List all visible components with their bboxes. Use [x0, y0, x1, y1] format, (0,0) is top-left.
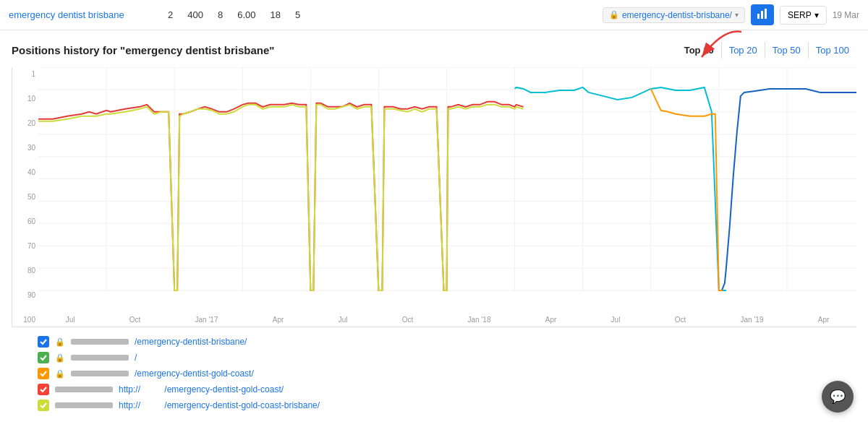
x-label-oct3: Oct	[675, 316, 686, 324]
legend-check-3[interactable]	[38, 368, 49, 379]
legend-bar-3	[71, 371, 129, 376]
legend-check-4[interactable]	[38, 384, 49, 395]
x-axis: Jul Oct Jan '17 Apr Jul Oct Jan '18 Apr …	[38, 312, 856, 327]
top100-filter[interactable]: Top 100	[809, 42, 856, 59]
check-icon-5	[40, 402, 47, 409]
legend-item-1: 🔒 /emergency-dentist-brisbane/	[38, 336, 856, 348]
lock-icon: 🔒	[609, 10, 619, 20]
dropdown-arrow-icon[interactable]: ▾	[735, 11, 739, 19]
y-label-1: 1	[12, 70, 35, 78]
legend-item-3: 🔒 /emergency-dentist-gold-coast/	[38, 368, 856, 379]
olive-line	[38, 105, 524, 290]
svg-rect-2	[765, 9, 767, 19]
legend-check-1[interactable]	[38, 336, 49, 348]
x-label-jan17: Jan '17	[195, 316, 218, 324]
legend-bar-4	[55, 387, 113, 392]
legend-url-3[interactable]: /emergency-dentist-gold-coast/	[135, 368, 254, 379]
y-label-70: 70	[12, 242, 35, 250]
y-label-10: 10	[12, 95, 35, 103]
x-label-jul3: Jul	[611, 316, 621, 324]
serp-dropdown-icon: ▾	[814, 10, 819, 20]
main-chart-svg	[38, 67, 856, 312]
y-label-50: 50	[12, 193, 35, 201]
chart-container: 1 10 20 30 40 50 60 70 80 90 100	[12, 67, 856, 327]
legend-bar-1	[71, 339, 129, 345]
x-label-apr: Apr	[273, 316, 284, 324]
top-bar-right: 🔒 emergency-dentist-brisbane/ ▾ SERP ▾ 1…	[603, 4, 859, 25]
check-icon-2	[40, 354, 47, 361]
stat-6: 5	[295, 9, 300, 20]
x-label-oct: Oct	[129, 316, 141, 324]
stats-row: 2 400 8 6.00 18 5	[168, 9, 588, 20]
legend-item-5: http:// /emergency-dentist-gold-coast-br…	[38, 400, 856, 411]
legend-url-4[interactable]: http:// /emergency-dentist-gold-coast/	[119, 384, 284, 394]
x-label-jan18: Jan '18	[468, 316, 491, 324]
legend-url-1[interactable]: /emergency-dentist-brisbane/	[135, 337, 247, 347]
x-label-jan19: Jan '19	[741, 316, 764, 324]
stat-3: 8	[218, 9, 223, 20]
keyword-label[interactable]: emergency dentist brisbane	[9, 9, 153, 20]
serp-label: SERP	[788, 10, 812, 20]
legend-url-2[interactable]: /	[135, 353, 137, 363]
bar-chart-icon	[757, 8, 768, 20]
legend-area: 🔒 /emergency-dentist-brisbane/ 🔒 / 🔒 /em…	[12, 327, 856, 414]
stat-2: 400	[187, 9, 203, 20]
check-icon-4	[40, 386, 47, 393]
stat-5: 18	[270, 9, 280, 20]
y-label-20: 20	[12, 119, 35, 127]
legend-lock-1: 🔒	[55, 337, 65, 347]
stat-4: 6.00	[237, 9, 255, 20]
chart-area	[38, 67, 856, 312]
cyan-line	[515, 87, 726, 290]
url-text: emergency-dentist-brisbane/	[622, 10, 732, 20]
top10-filter[interactable]: Top 10	[677, 42, 722, 59]
check-icon-3	[40, 370, 47, 377]
check-icon-1	[40, 338, 47, 345]
chart-title: Positions history for "emergency dentist…	[12, 44, 274, 56]
date-label: 19 Mar	[833, 10, 859, 20]
url-box[interactable]: 🔒 emergency-dentist-brisbane/ ▾	[603, 7, 745, 23]
y-label-30: 30	[12, 144, 35, 152]
main-content: Positions history for "emergency dentist…	[0, 30, 868, 414]
svg-rect-1	[761, 11, 763, 19]
chat-icon: 💬	[830, 389, 846, 405]
legend-check-5[interactable]	[38, 400, 49, 411]
serp-button[interactable]: SERP ▾	[780, 6, 827, 25]
legend-item-4: http:// /emergency-dentist-gold-coast/	[38, 384, 856, 395]
legend-bar-5	[55, 402, 113, 408]
y-label-40: 40	[12, 168, 35, 176]
legend-item-2: 🔒 /	[38, 352, 856, 363]
stat-1: 2	[168, 9, 173, 20]
x-label-apr3: Apr	[818, 316, 830, 324]
x-label-jul: Jul	[66, 316, 75, 324]
legend-bar-2	[71, 355, 129, 361]
legend-url-5[interactable]: http:// /emergency-dentist-gold-coast-br…	[119, 400, 320, 410]
chat-button[interactable]: 💬	[822, 381, 854, 413]
top-bar: emergency dentist brisbane 2 400 8 6.00 …	[0, 0, 868, 30]
legend-check-2[interactable]	[38, 352, 49, 363]
legend-lock-2: 🔒	[55, 353, 65, 363]
x-label-apr2: Apr	[545, 316, 557, 324]
y-axis: 1 10 20 30 40 50 60 70 80 90 100	[12, 67, 38, 327]
legend-lock-3: 🔒	[55, 369, 65, 379]
y-label-60: 60	[12, 217, 35, 225]
svg-rect-0	[757, 14, 760, 19]
x-label-jul2: Jul	[339, 316, 348, 324]
chart-header: Positions history for "emergency dentist…	[12, 42, 856, 59]
top50-filter[interactable]: Top 50	[765, 42, 809, 59]
y-label-80: 80	[12, 267, 35, 275]
top-filters: Top 10 Top 20 Top 50 Top 100	[677, 42, 856, 59]
red-line	[38, 102, 524, 290]
y-label-90: 90	[12, 291, 35, 299]
y-label-100: 100	[12, 316, 35, 324]
x-label-oct2: Oct	[402, 316, 414, 324]
chart-button[interactable]	[751, 4, 774, 25]
top20-filter[interactable]: Top 20	[722, 42, 765, 59]
blue-line	[719, 89, 856, 290]
